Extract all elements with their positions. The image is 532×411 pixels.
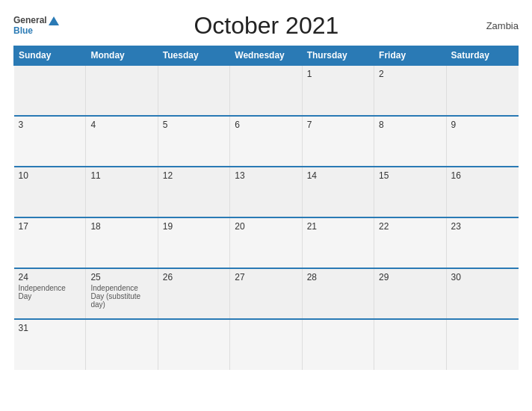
calendar-cell: [14, 65, 86, 116]
day-number: 11: [90, 170, 152, 181]
day-event: Independence Day: [19, 284, 81, 300]
day-number: 27: [235, 272, 297, 282]
calendar-cell: 29: [374, 268, 446, 319]
calendar-cell: [86, 65, 158, 116]
calendar-cell: [158, 65, 229, 116]
day-number: 18: [90, 221, 152, 232]
calendar-cell: [302, 319, 374, 370]
day-number: 8: [379, 120, 441, 130]
header-saturday: Saturday: [446, 46, 518, 66]
calendar-cell: 5: [158, 116, 229, 167]
calendar-cell: 28: [302, 268, 374, 319]
calendar-cell: [374, 319, 446, 370]
day-number: 25: [90, 272, 152, 282]
day-number: 26: [163, 272, 225, 282]
day-number: 2: [379, 69, 441, 79]
header-tuesday: Tuesday: [158, 46, 229, 66]
calendar-cell: 26: [158, 268, 229, 319]
calendar-week-row: 12: [14, 65, 519, 116]
calendar-cell: 27: [230, 268, 302, 319]
day-number: 20: [235, 221, 297, 232]
calendar-title: October 2021: [59, 12, 474, 40]
day-number: 21: [307, 221, 369, 232]
day-number: 7: [307, 120, 369, 130]
calendar-cell: [446, 65, 518, 116]
calendar-cell: 6: [230, 116, 302, 167]
calendar-cell: 23: [446, 217, 518, 268]
header: General Blue October 2021 Zambia: [13, 12, 519, 40]
calendar-cell: 21: [302, 217, 374, 268]
day-number: 14: [307, 170, 369, 181]
day-number: 23: [451, 221, 514, 232]
calendar-cell: [158, 319, 229, 370]
calendar-cell: 12: [158, 167, 229, 217]
day-number: 3: [19, 120, 81, 130]
calendar-cell: 19: [158, 217, 229, 268]
weekday-header-row: Sunday Monday Tuesday Wednesday Thursday…: [14, 46, 519, 66]
calendar-week-row: 31: [14, 319, 519, 370]
header-monday: Monday: [86, 46, 158, 66]
day-number: 30: [451, 272, 514, 282]
day-number: 28: [307, 272, 369, 282]
calendar-cell: 20: [230, 217, 302, 268]
calendar-cell: 2: [374, 65, 446, 116]
day-number: 15: [379, 170, 441, 181]
calendar-cell: [230, 65, 302, 116]
header-sunday: Sunday: [14, 46, 86, 66]
logo: General Blue: [13, 16, 59, 35]
calendar-cell: 24Independence Day: [14, 268, 86, 319]
calendar-cell: [230, 319, 302, 370]
calendar-cell: 25Independence Day (substitute day): [86, 268, 158, 319]
calendar-cell: 1: [302, 65, 374, 116]
day-number: 16: [451, 170, 514, 181]
calendar-week-row: 17181920212223: [14, 217, 519, 268]
calendar-cell: [446, 319, 518, 370]
day-number: 1: [307, 69, 369, 79]
logo-blue-text: Blue: [13, 26, 59, 36]
calendar-page: General Blue October 2021 Zambia Sunday …: [0, 0, 532, 411]
day-number: 22: [379, 221, 441, 232]
calendar-cell: 13: [230, 167, 302, 217]
calendar-cell: 18: [86, 217, 158, 268]
calendar-week-row: 3456789: [14, 116, 519, 167]
day-number: 10: [19, 170, 81, 181]
calendar-cell: 7: [302, 116, 374, 167]
calendar-cell: 22: [374, 217, 446, 268]
day-number: 9: [451, 120, 514, 130]
calendar-cell: 16: [446, 167, 518, 217]
day-number: 17: [19, 221, 81, 232]
calendar-cell: 15: [374, 167, 446, 217]
calendar-cell: 9: [446, 116, 518, 167]
calendar-cell: 11: [86, 167, 158, 217]
header-friday: Friday: [374, 46, 446, 66]
calendar-cell: 3: [14, 116, 86, 167]
header-wednesday: Wednesday: [230, 46, 302, 66]
logo-general-text: General: [13, 16, 47, 25]
day-number: 24: [19, 272, 81, 282]
day-number: 6: [235, 120, 297, 130]
header-thursday: Thursday: [302, 46, 374, 66]
day-number: 29: [379, 272, 441, 282]
calendar-cell: 4: [86, 116, 158, 167]
logo-triangle-icon: [49, 16, 59, 25]
calendar-cell: 10: [14, 167, 86, 217]
calendar-cell: 14: [302, 167, 374, 217]
day-number: 4: [90, 120, 152, 130]
day-number: 12: [163, 170, 225, 181]
calendar-cell: 30: [446, 268, 518, 319]
country-label: Zambia: [474, 20, 519, 31]
day-number: 19: [163, 221, 225, 232]
day-event: Independence Day (substitute day): [90, 284, 152, 309]
day-number: 13: [235, 170, 297, 181]
calendar-week-row: 24Independence Day25Independence Day (su…: [14, 268, 519, 319]
calendar-table: Sunday Monday Tuesday Wednesday Thursday…: [13, 46, 519, 370]
calendar-cell: 31: [14, 319, 86, 370]
calendar-cell: [86, 319, 158, 370]
calendar-week-row: 10111213141516: [14, 167, 519, 217]
calendar-cell: 8: [374, 116, 446, 167]
day-number: 5: [163, 120, 225, 130]
day-number: 31: [19, 323, 81, 333]
calendar-cell: 17: [14, 217, 86, 268]
